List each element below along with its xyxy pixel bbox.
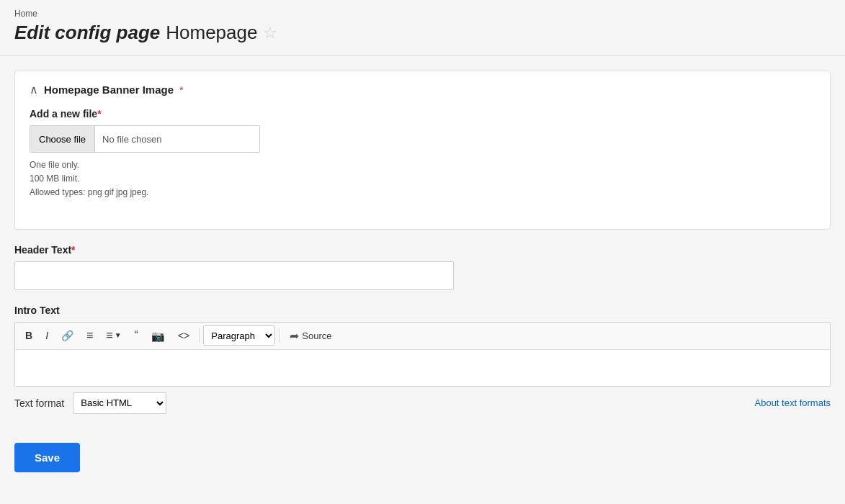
italic-button[interactable]: I (40, 327, 54, 344)
header-text-label: Header Text* (14, 244, 831, 256)
editor-container: B I 🔗 ≡ ≡ ▼ “ 📷 <> (14, 322, 831, 387)
paragraph-select[interactable]: Paragraph Heading 1 Heading 2 Heading 3 (203, 325, 275, 346)
header-text-required: * (71, 244, 75, 256)
star-icon[interactable]: ☆ (263, 24, 277, 42)
intro-text-label: Intro Text (14, 305, 831, 316)
save-button[interactable]: Save (14, 443, 80, 472)
ordered-list-chevron: ▼ (115, 332, 122, 339)
banner-section: ∧ Homepage Banner Image * Add a new file… (14, 71, 831, 230)
page-title-italic: Edit config page (14, 22, 160, 44)
editor-body[interactable] (15, 350, 830, 386)
header-text-input[interactable] (14, 261, 454, 290)
about-text-formats-link[interactable]: About text formats (755, 397, 831, 408)
hint-allowed-types: Allowed types: png gif jpg jpeg. (30, 186, 815, 199)
section-required-star: * (179, 84, 183, 96)
source-label: Source (302, 330, 331, 341)
blockquote-button[interactable]: “ (129, 326, 144, 345)
toolbar-separator (199, 328, 200, 343)
page-title-plain: Homepage (166, 22, 257, 44)
text-format-select[interactable]: Basic HTML Full HTML Plain text (73, 392, 166, 414)
source-icon: ➦ (290, 329, 299, 343)
collapse-icon[interactable]: ∧ (30, 83, 38, 96)
hint-size-limit: 100 MB limit. (30, 172, 815, 186)
page-header: Home Edit config page Homepage ☆ (0, 0, 845, 56)
unordered-list-icon: ≡ (86, 329, 93, 341)
toolbar-separator-2 (279, 328, 280, 343)
source-button[interactable]: ➦ Source (283, 325, 338, 346)
code-icon: <> (178, 330, 189, 341)
intro-text-section: Intro Text B I 🔗 ≡ ≡ ▼ “ 📷 (14, 305, 831, 414)
editor-toolbar: B I 🔗 ≡ ≡ ▼ “ 📷 <> (15, 323, 830, 350)
bold-button[interactable]: B (19, 327, 38, 344)
file-upload-field: Add a new file* Choose file No file chos… (30, 108, 815, 200)
page-title: Edit config page Homepage ☆ (14, 22, 831, 44)
breadcrumb-home[interactable]: Home (14, 9, 37, 19)
image-button[interactable]: 📷 (146, 327, 171, 345)
code-button[interactable]: <> (172, 327, 195, 344)
file-hints: One file only. 100 MB limit. Allowed typ… (30, 158, 815, 200)
section-title: Homepage Banner Image (44, 84, 174, 96)
link-button[interactable]: 🔗 (55, 327, 79, 344)
image-icon: 📷 (151, 330, 165, 342)
text-format-label: Text format (14, 397, 64, 409)
ordered-list-icon: ≡ (106, 330, 112, 341)
no-file-text: No file chosen (95, 134, 169, 145)
text-format-row: Text format Basic HTML Full HTML Plain t… (14, 392, 831, 414)
link-icon: 🔗 (61, 330, 73, 341)
choose-file-button[interactable]: Choose file (30, 126, 95, 152)
hint-one-file: One file only. (30, 158, 815, 172)
blockquote-icon: “ (135, 329, 138, 341)
section-header: ∧ Homepage Banner Image * (30, 83, 815, 96)
ordered-list-button[interactable]: ≡ ▼ (100, 326, 127, 345)
unordered-list-button[interactable]: ≡ (81, 326, 99, 345)
file-input-wrapper: Choose file No file chosen (30, 125, 260, 153)
file-field-label: Add a new file* (30, 108, 815, 120)
file-required-star: * (97, 108, 101, 120)
main-content: ∧ Homepage Banner Image * Add a new file… (0, 56, 845, 487)
breadcrumb: Home (14, 9, 831, 19)
header-text-section: Header Text* (14, 244, 831, 290)
